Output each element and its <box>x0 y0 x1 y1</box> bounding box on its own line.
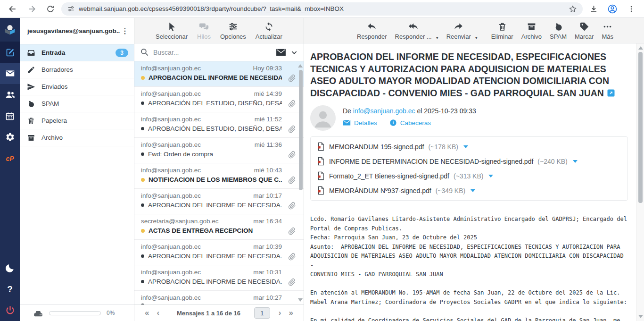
storage-disk-icon <box>33 308 43 318</box>
attachment-name[interactable]: INFORME DE DETERMINACION DE NECESIDAD-si… <box>329 158 533 165</box>
sidebar-item-spam[interactable]: SPAM <box>20 95 134 112</box>
message-date: mar 16:34 <box>253 218 282 225</box>
mark-label: Marcar <box>575 33 594 40</box>
sidebar-item-entrada[interactable]: Entrada 3 <box>20 44 134 61</box>
delete-button[interactable]: Eliminar <box>491 22 513 40</box>
message-row[interactable]: info@sanjuan.gob.ecmié 10:43 NOTIFICACIO… <box>134 163 304 189</box>
profile-button[interactable] <box>604 2 620 16</box>
details-link[interactable]: Detalles <box>343 119 377 127</box>
message-row[interactable]: info@sanjuan.gob.ecmar 10:17 APROBACION … <box>134 189 304 214</box>
attachment-paperclip-icon <box>288 176 296 184</box>
message-from: info@sanjuan.gob.ec <box>141 269 201 276</box>
forward-button[interactable]: Reenviar <box>446 22 471 40</box>
message-view: APROBACION DEL INFORME DE NECESIDAD, ESP… <box>304 43 644 321</box>
message-row[interactable]: info@sanjuan.gob.ecmié 11:52 APROBACIÓN … <box>134 112 304 138</box>
search-input[interactable] <box>153 49 272 56</box>
prev-page-button[interactable]: ‹ <box>153 308 163 318</box>
message-date: mié 14:39 <box>254 90 282 97</box>
compose-button[interactable] <box>0 42 20 63</box>
forward-dropdown-caret[interactable]: ▾ <box>475 35 478 40</box>
page-number-input[interactable]: 1 <box>254 307 270 319</box>
scroll-up-arrow[interactable] <box>298 64 303 68</box>
chevron-down-icon[interactable] <box>290 49 298 56</box>
reply-all-button[interactable]: Responder ... <box>395 22 432 40</box>
message-row[interactable]: info@sanjuan.gob.ecmar 10:31 APROBACION … <box>134 265 304 291</box>
attachment-menu-caret[interactable] <box>573 160 578 163</box>
cpanel-link-button[interactable]: cP <box>0 148 20 169</box>
attachment-row: MEMORANDUM 195-signed.pdf (~178 KB) <box>317 139 621 154</box>
mail-nav-button[interactable] <box>0 63 20 84</box>
scrollbar-thumb[interactable] <box>638 52 643 203</box>
headers-link[interactable]: Cabeceras <box>389 119 431 127</box>
select-button[interactable]: Seleccionar <box>156 22 188 40</box>
list-mode-envelope-icon[interactable] <box>276 48 286 57</box>
message-date: mar 10:27 <box>253 294 282 301</box>
options-sliders-icon <box>228 22 238 32</box>
message-row[interactable]: secretaria@sanjuan.gob.ecmar 16:34 ACTAS… <box>134 214 304 240</box>
scroll-down-arrow[interactable] <box>298 298 303 302</box>
attachment-name[interactable]: Formato_2_ET Bienes-signed-signed.pdf <box>329 172 449 180</box>
options-button[interactable]: Opciones <box>220 22 246 40</box>
message-date: mar 10:31 <box>253 269 282 276</box>
dark-mode-button[interactable] <box>0 257 20 279</box>
logout-button[interactable] <box>0 300 20 321</box>
threads-button[interactable]: Hilos <box>197 22 211 40</box>
last-page-button[interactable]: » <box>285 308 297 318</box>
reply-arrow-icon <box>367 22 377 32</box>
next-page-button[interactable]: › <box>275 308 285 318</box>
scroll-down-arrow[interactable] <box>638 315 643 318</box>
sidebar-item-papelera[interactable]: Papelera <box>20 112 134 129</box>
date-text: el 2025-10-23 09:33 <box>417 107 476 115</box>
external-link-icon[interactable] <box>607 89 615 97</box>
contacts-nav-button[interactable] <box>0 84 20 105</box>
browser-forward-button[interactable] <box>24 2 40 16</box>
mark-button[interactable]: Marcar <box>575 22 594 40</box>
sender-block: De info@sanjuan.gob.ec el 2025-10-23 09:… <box>310 105 628 131</box>
options-label: Opciones <box>220 33 246 40</box>
settings-nav-button[interactable] <box>0 127 20 148</box>
calendar-nav-button[interactable] <box>0 105 20 127</box>
message-row[interactable]: info@sanjuan.gob.ecmar 10:39 APROBACION … <box>134 240 304 265</box>
more-button[interactable]: Más <box>602 22 613 40</box>
message-row[interactable]: info@sanjuan.gob.ecmar 10:27 <box>134 291 304 304</box>
account-menu-button[interactable]: ⋮ <box>120 30 130 33</box>
attachment-name[interactable]: MEMORANDUM 195-signed.pdf <box>329 143 424 151</box>
from-email-link[interactable]: info@sanjuan.gob.ec <box>353 107 415 115</box>
scroll-up-arrow[interactable] <box>638 46 643 50</box>
downloads-button[interactable] <box>586 2 602 16</box>
browser-toolbar: webmail.sanjuan.gob.ec/cpsess4569390018/… <box>0 0 644 18</box>
pdf-file-icon <box>317 142 325 151</box>
pencil-icon <box>27 66 35 74</box>
mail-scrollbar[interactable] <box>636 43 644 321</box>
pdf-file-icon <box>317 157 325 166</box>
bookmark-star-icon[interactable] <box>569 5 577 13</box>
scrollbar-thumb[interactable] <box>299 70 303 190</box>
message-row[interactable]: info@sanjuan.gob.ecHoy 09:33 APROBACION … <box>134 61 304 87</box>
attachment-menu-caret[interactable] <box>463 145 468 148</box>
message-row[interactable]: info@sanjuan.gob.ecmié 11:36 Fwd: Orden … <box>134 138 304 163</box>
url-bar[interactable]: webmail.sanjuan.gob.ec/cpsess4569390018/… <box>61 2 583 16</box>
first-page-button[interactable]: « <box>141 308 153 318</box>
browser-refresh-button[interactable] <box>42 2 58 16</box>
archive-button[interactable]: Archivo <box>521 22 542 40</box>
list-scrollbar[interactable] <box>298 61 304 304</box>
browser-menu-button[interactable] <box>623 2 639 16</box>
reply-button[interactable]: Responder <box>357 22 387 40</box>
folder-label: Borradores <box>41 66 73 73</box>
attachment-name[interactable]: MEMORÁNDUM Nº937-signed.pdf <box>329 187 431 194</box>
attachment-menu-caret[interactable] <box>488 175 493 177</box>
attachment-size: (~313 KB) <box>454 172 483 180</box>
refresh-list-button[interactable]: Actualizar <box>256 22 282 40</box>
reply-all-dropdown-caret[interactable]: ▾ <box>436 35 438 40</box>
message-row[interactable]: info@sanjuan.gob.ecmié 14:39 APROBACIÓN … <box>134 87 304 112</box>
sidebar-item-enviados[interactable]: Enviados <box>20 78 134 95</box>
sidebar-item-borradores[interactable]: Borradores <box>20 61 134 78</box>
message-subject: ACTAS DE ENTREGA RECEPCION <box>149 227 253 234</box>
attachment-row: INFORME DE DETERMINACION DE NECESIDAD-si… <box>317 154 621 169</box>
attachment-menu-caret[interactable] <box>471 189 475 192</box>
browser-back-button[interactable] <box>5 2 21 16</box>
help-button[interactable]: ? <box>0 279 20 300</box>
sidebar-item-archivo[interactable]: Archivo <box>20 129 134 146</box>
attachment-size: (~178 KB) <box>429 143 458 151</box>
spam-button[interactable]: SPAM <box>550 22 567 40</box>
